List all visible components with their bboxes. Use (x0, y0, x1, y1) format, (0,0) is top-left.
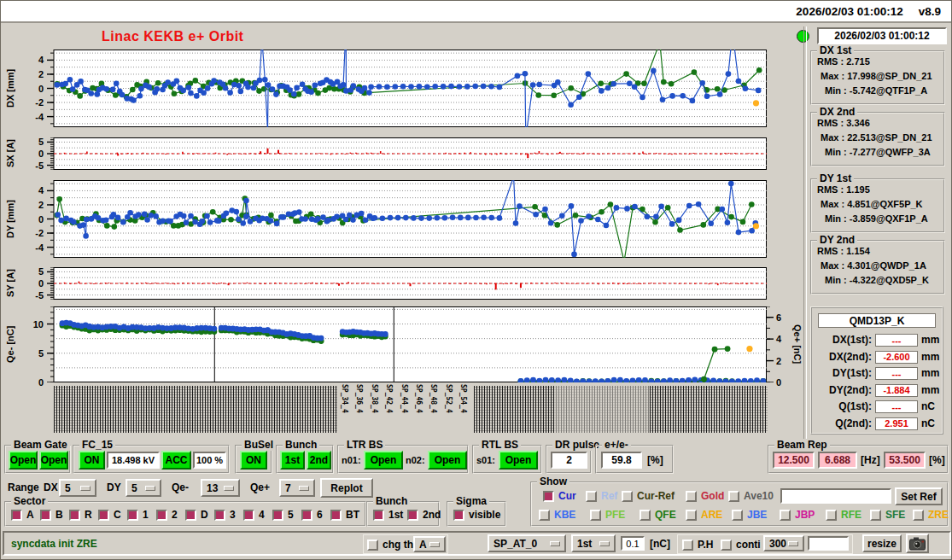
sector-checkbox-d[interactable]: D (185, 508, 208, 522)
bunch-dropdown[interactable]: 1st (571, 534, 616, 552)
beam-gate-group: Beam Gate Open Open (4, 445, 71, 474)
checkbox-indicator (214, 510, 225, 521)
monitor-row-label: Q(2nd): (815, 417, 872, 430)
bpm-label: SP_48_4 (429, 384, 437, 435)
set-ref-button[interactable]: Set Ref (895, 487, 943, 505)
busel-on-button[interactable]: ON (240, 451, 267, 470)
show-checkbox-gold[interactable]: Gold (686, 489, 724, 503)
bunch-group: Bunch 1st 2nd (276, 445, 334, 474)
show-checkbox-ref-label: Ref (601, 490, 617, 502)
beam-gate-open-1-button[interactable]: Open (9, 451, 38, 470)
fc15-acc-button[interactable]: ACC (161, 451, 191, 470)
dr-pulse-field[interactable]: 2 (551, 452, 587, 469)
show-checkbox-jbp[interactable]: JBP (780, 508, 815, 522)
checkbox-indicator (780, 510, 791, 521)
conti-checkbox[interactable]: conti (721, 538, 761, 551)
sector-checkbox-c-label: C (114, 509, 121, 521)
show-checkbox-rfe[interactable]: RFE (826, 508, 861, 522)
beam-rep-hz-unit: [Hz] (861, 454, 880, 466)
show-checkbox-zre[interactable]: ZRE (913, 508, 949, 522)
dx-plot (47, 50, 769, 127)
bpm-label: SP_44_4 (400, 384, 408, 435)
ph-label: P.H (698, 539, 713, 551)
q-tick-label: 10 (21, 319, 44, 330)
show-checkbox-cur[interactable]: Cur (543, 489, 576, 503)
sx-tick-label: -5 (21, 160, 44, 171)
sector-checkbox-d-label: D (201, 509, 208, 521)
checkbox-indicator (732, 510, 743, 521)
show-checkbox-sfe[interactable]: SFE (870, 508, 905, 522)
sector-checkbox-3[interactable]: 3 (214, 508, 236, 522)
show-checkbox-are-label: ARE (701, 509, 722, 521)
monitor-row-value: --- (875, 400, 918, 413)
range-qep-dropdown[interactable]: 7 (279, 479, 315, 497)
show-checkbox-ref[interactable]: Ref (586, 489, 617, 503)
ph-checkbox[interactable]: P.H (682, 538, 713, 551)
range-dx-label: DX (44, 481, 58, 493)
bunch-select-group: Bunch 1st2nd (366, 501, 440, 527)
snapshot-button[interactable] (906, 534, 929, 553)
chg-th-checkbox[interactable]: chg th (367, 538, 413, 551)
sector-checkbox-r[interactable]: R (69, 508, 92, 522)
aux-field[interactable] (808, 536, 849, 551)
sector-checkbox-c[interactable]: C (98, 508, 121, 522)
device-dropdown[interactable]: SP_AT_0 (488, 534, 566, 552)
replot-button[interactable]: Replot (320, 478, 373, 498)
sector-checkbox-bt[interactable]: BT (330, 508, 359, 522)
checkbox-indicator (826, 510, 837, 521)
sector-checkbox-1[interactable]: 1 (127, 508, 149, 522)
sector-checkbox-4[interactable]: 4 (243, 508, 265, 522)
stat-min: Min : -7.277@QWFP_3A (825, 145, 943, 160)
points-value: 300 (769, 538, 786, 550)
show-checkbox-qfe-label: QFE (655, 509, 676, 521)
ltr-n02-open-button[interactable]: Open (428, 451, 467, 470)
show-checkbox-qfe[interactable]: QFE (640, 508, 676, 522)
monitor-row-value: 2.951 (875, 417, 918, 430)
sector-checkbox-b[interactable]: B (40, 508, 63, 522)
range-dx-dropdown[interactable]: 5 (59, 479, 96, 497)
show-checkbox-pfe-label: PFE (605, 509, 625, 521)
rtl-s01-open-button[interactable]: Open (499, 451, 538, 470)
show-checkbox-cur-ref[interactable]: Cur-Ref (622, 489, 675, 503)
show-checkbox-are[interactable]: ARE (686, 508, 722, 522)
threshold-field[interactable]: 0.1 (621, 536, 645, 551)
mode-dropdown[interactable]: A (413, 536, 446, 552)
show-checkbox-pfe[interactable]: PFE (590, 508, 625, 522)
bunch-1st-button[interactable]: 1st (280, 451, 305, 470)
range-qem-dropdown[interactable]: 13 (201, 479, 240, 497)
show-checkbox-cur-label: Cur (558, 490, 576, 502)
range-dy-dropdown[interactable]: 5 (126, 479, 161, 497)
bunch-select-checkbox-2nd[interactable]: 2nd (407, 508, 441, 522)
dropdown-dash-icon (145, 486, 155, 491)
checkbox-indicator (870, 510, 881, 521)
sector-checkbox-2[interactable]: 2 (156, 508, 178, 522)
dropdown-dash-icon (599, 541, 610, 546)
fc15-on-button[interactable]: ON (79, 451, 105, 470)
sector-checkbox-6[interactable]: 6 (301, 508, 323, 522)
show-checkbox-ave10[interactable]: Ave10 (728, 489, 774, 503)
sigma-checkbox-visible[interactable]: visible (453, 508, 500, 522)
points-dropdown[interactable]: 300 (763, 535, 804, 551)
resize-button[interactable]: resize (862, 534, 902, 552)
checkbox-indicator (682, 540, 693, 551)
show-checkbox-jbe[interactable]: JBE (732, 508, 767, 522)
fc15-percent-field[interactable]: 100 % (193, 452, 226, 469)
show-group: Show Set Ref CurRefCur-RefGoldAve10KBEPF… (530, 481, 949, 527)
epem-field[interactable]: 59.8 (601, 452, 642, 469)
ltr-n01-open-button[interactable]: Open (364, 451, 403, 470)
sector-checkbox-5[interactable]: 5 (272, 508, 294, 522)
beam-gate-open-2-button[interactable]: Open (39, 451, 68, 470)
monitor-row-label: DY(1st): (815, 367, 872, 380)
sigma-group: Sigma visible (447, 501, 506, 527)
bunch-2nd-button[interactable]: 2nd (307, 451, 331, 470)
dy-tick-label: 0 (21, 214, 44, 225)
bunch-select-checkbox-1st[interactable]: 1st (373, 508, 403, 522)
sector-checkbox-a[interactable]: A (11, 508, 34, 522)
fc15-kv-field[interactable]: 18.498 kV (107, 452, 160, 469)
bpm-label: SP_46_4 (415, 384, 423, 435)
show-title: Show (537, 475, 569, 487)
show-checkbox-kbe[interactable]: KBE (539, 508, 575, 522)
dx-tick-label: -2 (21, 97, 44, 108)
stats-group-dx-1st: DX 1stRMS : 2.715Max : 17.998@SP_DN_21Mi… (810, 50, 945, 105)
set-ref-input[interactable] (780, 488, 891, 504)
